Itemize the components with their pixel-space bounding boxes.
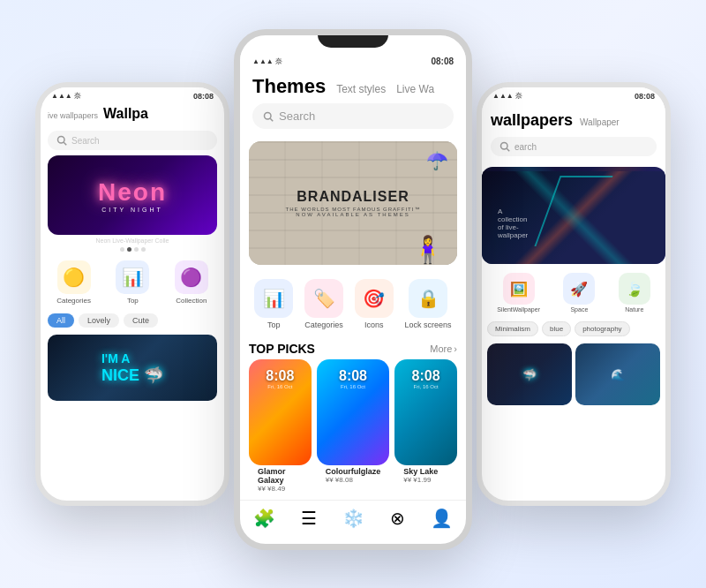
svg-line-3 [270, 118, 273, 121]
right-icon-space[interactable]: 🚀 Space [563, 273, 595, 313]
wp-name-3: Sky Lake [403, 467, 448, 476]
tag-blue[interactable]: blue [542, 321, 571, 336]
dot-2 [127, 247, 131, 252]
left-search-placeholder: Search [71, 136, 100, 146]
right-shark-text: 🦈 [522, 368, 537, 381]
banner-umbrella: ☂️ [426, 150, 448, 171]
wp-thumb-colour[interactable]: 8:08 Fri, 16 Oct Colourfulglaze ¥¥ ¥8.08 [317, 359, 390, 494]
pill-cute[interactable]: Cute [124, 313, 158, 328]
svg-point-4 [501, 143, 508, 150]
cat-item-collection[interactable]: 🟣 Collection [175, 260, 208, 305]
thumb-shark-text: I'M ANICE 🦈 [101, 351, 163, 385]
right-thumb-ocean[interactable]: 🌊 [575, 343, 660, 405]
center-nav-title: Themes [252, 75, 326, 98]
right-signal: ▲▲▲ 奈 [492, 91, 522, 101]
wallpaper-thumbs: 8:08 Fri, 16 Oct Glamor Galaxy ¥¥ ¥8.49 … [240, 359, 466, 494]
center-status-bar: ▲▲▲ 奈 08:08 [240, 51, 466, 72]
wp-thumb-sky[interactable]: 8:08 Fri, 16 Oct Sky Lake ¥¥ ¥1.99 [394, 359, 457, 494]
top-picks-header: TOP PICKS More › [240, 336, 466, 359]
bottom-nav-circle[interactable]: ⊗ [390, 508, 405, 529]
svg-line-1 [64, 142, 66, 145]
right-thumb-grid: 🦈 🌊 [482, 340, 665, 409]
cat-item-top[interactable]: 📊 Top [116, 260, 149, 305]
bus-sub-text: A collection of live-wallpaper [498, 207, 528, 239]
banner-tagline: NOW AVAILABLE AS THEMES [286, 212, 421, 217]
center-signal: ▲▲▲ 奈 [252, 57, 282, 66]
more-label: More [430, 343, 452, 354]
cat-label-collection: Collection [176, 297, 207, 305]
wp-time-2: 8:08 [339, 368, 367, 384]
pill-all[interactable]: All [48, 313, 74, 328]
wp-thumb-colour-img: 8:08 Fri, 16 Oct [317, 359, 390, 465]
wp-info-2: Colourfulglaze ¥¥ ¥8.08 [317, 465, 390, 486]
tag-photography[interactable]: photography [575, 321, 629, 336]
bottom-nav-puzzle[interactable]: 🧩 [253, 508, 275, 529]
bottom-nav-user[interactable]: 👤 [431, 508, 453, 529]
quick-icon-categories[interactable]: 🏷️ Categories [304, 279, 343, 329]
left-search-icon [56, 135, 67, 146]
right-featured[interactable]: Busy roads. Busy life. A collection of l… [482, 167, 665, 264]
more-link[interactable]: More › [430, 343, 457, 354]
wp-thumb-glamor[interactable]: 8:08 Fri, 16 Oct Glamor Galaxy ¥¥ ¥8.49 [249, 359, 312, 494]
banner-title: BRANDALISER [286, 189, 421, 205]
svg-point-2 [265, 112, 272, 119]
dot-3 [134, 247, 139, 252]
right-thumb-shark[interactable]: 🦈 [487, 343, 572, 405]
quick-icon-top[interactable]: 📊 Top [254, 279, 293, 329]
right-nav-item[interactable]: Wallpaper [580, 117, 620, 127]
wp-price-2: ¥¥ ¥8.08 [326, 476, 381, 484]
right-status-bar: ▲▲▲ 奈 08:08 [482, 87, 665, 104]
center-quick-icons: 📊 Top 🏷️ Categories 🎯 Icons 🔒 Lock scree… [240, 272, 466, 336]
wp-name-2: Colourfulglaze [326, 467, 381, 476]
cat-icon-collection: 🟣 [175, 260, 208, 294]
cat-icon-top: 📊 [116, 260, 149, 294]
quick-label-top: Top [267, 320, 281, 329]
quick-icon-icons[interactable]: 🎯 Icons [355, 279, 394, 329]
more-chevron-icon: › [454, 343, 457, 354]
right-quick-icons: 🖼️ SilentWallpaper 🚀 Space 🍃 Nature [482, 268, 665, 318]
quick-label-icons: Icons [364, 320, 384, 329]
tag-minimalism[interactable]: Minimalism [487, 321, 538, 336]
center-app-header: Themes Text styles Live Wa Search [240, 72, 466, 134]
camera-notch [318, 30, 388, 48]
center-search[interactable]: Search [252, 103, 454, 129]
quick-icon-top-bg: 📊 [254, 279, 293, 318]
center-search-placeholder: Search [279, 109, 315, 123]
cat-item-categories[interactable]: 🟡 Categories [56, 260, 91, 305]
right-icon-nature[interactable]: 🍃 Nature [619, 273, 650, 313]
right-search[interactable]: earch [491, 137, 657, 156]
right-label-space: Space [570, 306, 588, 313]
center-search-icon [263, 111, 274, 122]
center-nav-text-styles[interactable]: Text styles [336, 83, 386, 95]
wp-date-1: Fri, 16 Oct [267, 384, 292, 389]
carousel-dots [41, 247, 224, 252]
wp-date-3: Fri, 16 Oct [414, 384, 439, 389]
left-signal: ▲▲▲ 奈 [51, 91, 81, 101]
pill-lovely[interactable]: Lovely [79, 313, 119, 328]
quick-icon-icons-bg: 🎯 [355, 279, 394, 318]
cat-label-categories: Categories [56, 297, 91, 305]
right-icon-silent[interactable]: 🖼️ SilentWallpaper [497, 273, 540, 313]
wp-name-1: Glamor Galaxy [258, 467, 303, 485]
dot-4 [141, 247, 146, 252]
wp-price-1: ¥¥ ¥8.49 [258, 485, 303, 493]
wp-info-1: Glamor Galaxy ¥¥ ¥8.49 [249, 465, 312, 494]
quick-icon-lock[interactable]: 🔒 Lock screens [405, 279, 452, 329]
left-featured-card: Neon CITY NIGHT [48, 155, 217, 235]
left-nav-wallpapers[interactable]: ive wallpapers [48, 111, 98, 120]
bottom-nav-list[interactable]: ☰ [301, 508, 317, 529]
left-thumb-shark[interactable]: I'M ANICE 🦈 [48, 335, 217, 401]
banner-graffiti-bg: BRANDALISER THE WORLDS MOST FAMOUS GRAFF… [249, 141, 457, 265]
left-search-bar[interactable]: Search [48, 131, 217, 150]
banner-figure: 🧍‍♀️ [411, 234, 444, 265]
center-nav-live-wa[interactable]: Live Wa [396, 83, 434, 95]
right-ocean-text: 🌊 [611, 368, 625, 381]
bottom-nav-snowflake[interactable]: ❄️ [342, 508, 364, 529]
left-phone: ▲▲▲ 奈 08:08 ive wallpapers Wallpa Search… [35, 82, 229, 506]
quick-label-categories: Categories [304, 320, 343, 329]
center-featured-banner[interactable]: BRANDALISER THE WORLDS MOST FAMOUS GRAFF… [249, 141, 457, 265]
left-pills-row: All Lovely Cute [41, 310, 224, 331]
left-thumb-grid: I'M ANICE 🦈 [41, 331, 224, 404]
right-label-nature: Nature [625, 306, 643, 313]
left-nav-active[interactable]: Wallpa [103, 106, 148, 122]
